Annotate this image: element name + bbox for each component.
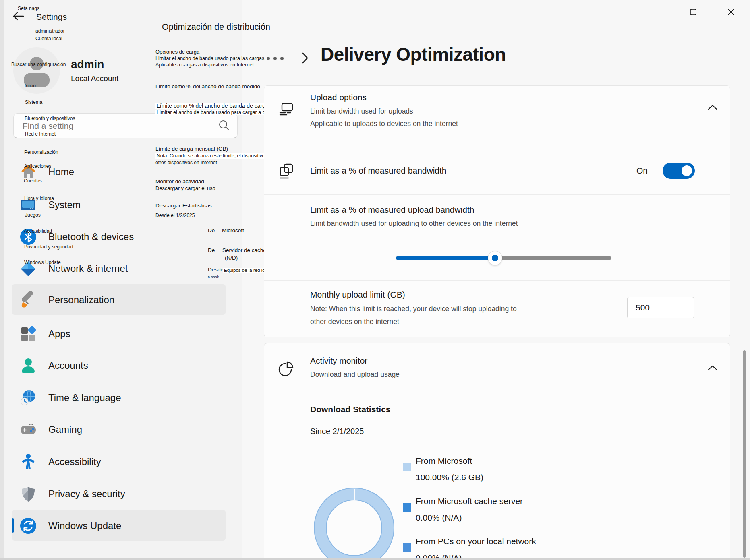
- overlay-account-type: Cuenta local: [35, 36, 62, 41]
- monthly-limit-note1: Note: When this limit is reached, your d…: [310, 305, 517, 313]
- legend-value-cache-server: 0.00% (N/A): [416, 513, 462, 523]
- time-language-icon: [19, 389, 37, 407]
- overlay-upload-sub2: Aplicable a cargas a dispositivos en Int…: [155, 62, 254, 68]
- upload-options-sub2: Applicable to uploads to devices on the …: [310, 120, 458, 128]
- toggle-state-label: On: [636, 166, 648, 176]
- account-type: Local Account: [71, 74, 118, 83]
- sidebar-item-bluetooth-devices[interactable]: Bluetooth & devices: [48, 231, 134, 242]
- settings-window: Seta nags Settings administrador Cuenta …: [0, 0, 750, 560]
- back-button[interactable]: [11, 10, 26, 23]
- overlay-accessibility: Accesibilidad: [24, 228, 52, 234]
- collapse-chevron-icon[interactable]: [707, 104, 718, 112]
- monthly-limit-input[interactable]: [627, 297, 694, 318]
- overlay-windows-update: Windows Update: [24, 260, 61, 265]
- overlay-bluetooth: Bluetooth y dispositivos: [25, 116, 75, 121]
- donut-slice-boundary: [354, 489, 355, 500]
- overlay-download-label: Descargar: [155, 203, 180, 209]
- upload-bandwidth-title: Limit as a % of measured upload bandwidt…: [310, 205, 474, 215]
- overlay-activity-title: Monitor de actividad: [155, 178, 204, 184]
- overlay-network: Red e Internet: [25, 131, 56, 137]
- app-title: Settings: [36, 12, 67, 22]
- overlay-privacy: Privacidad y seguridad: [24, 244, 73, 250]
- window-left-edge: [0, 0, 4, 560]
- overlay-from2-extra: (N/D): [225, 255, 238, 261]
- legend-label-cache-server: From Microsoft cache server: [416, 496, 523, 506]
- bandwidth-limit-icon: [277, 162, 296, 180]
- donut-hole: [326, 500, 382, 556]
- breadcrumb-chevron-icon: [300, 52, 309, 66]
- overlay-limit-measured: Límite como % del ancho de banda medido: [155, 83, 260, 89]
- activity-monitor-icon: [277, 360, 296, 378]
- sidebar-item-windows-update[interactable]: Windows Update: [48, 520, 121, 531]
- upload-options-title: Upload options: [310, 93, 367, 102]
- overlay-account-name: administrador: [35, 28, 65, 34]
- sidebar-item-gaming[interactable]: Gaming: [48, 424, 82, 435]
- breadcrumb-more-icon[interactable]: [267, 57, 284, 60]
- overlay-from1-value: Microsoft: [222, 227, 244, 234]
- overlay-since-label: Desde el 1/2/2025: [155, 213, 195, 218]
- overlay-system: Sistema: [25, 99, 42, 105]
- account-name: admin: [71, 58, 104, 71]
- download-statistics-since: Since 2/1/2025: [310, 427, 364, 436]
- download-statistics-heading: Download Statistics: [310, 405, 391, 414]
- legend-swatch-microsoft: [403, 463, 411, 471]
- overlay-search-label: Buscar una configuración: [11, 62, 66, 67]
- privacy-security-icon: [19, 485, 37, 503]
- overlay-personalization: Personalización: [24, 149, 58, 155]
- monthly-limit-title: Monthly upload limit (GB): [310, 290, 405, 300]
- overlay-activity-sub: Descargar y cargar el uso: [155, 185, 215, 191]
- bandwidth-toggle[interactable]: [663, 163, 695, 179]
- page-title: Delivery Optimization: [321, 43, 506, 65]
- overlay-monthly-title: Límite de carga mensual (GB): [155, 146, 228, 152]
- monthly-limit-note2: other devices on the internet: [310, 318, 399, 326]
- search-icon[interactable]: [218, 119, 230, 133]
- upload-devices-icon: [277, 99, 296, 118]
- overlay-time-language: Hora y idioma: [24, 196, 54, 201]
- overlay-from3-extra: n nook: [208, 275, 219, 279]
- avatar[interactable]: [13, 47, 60, 94]
- overlay-gaming: Juegos: [25, 212, 41, 218]
- legend-value-microsoft: 100.00% (2.6 GB): [416, 473, 483, 482]
- accessibility-icon: [19, 453, 37, 471]
- back-arrow-icon: [11, 16, 25, 23]
- close-button[interactable]: [719, 3, 743, 21]
- legend-swatch-cache-server: [403, 503, 411, 512]
- upload-bandwidth-sub: Limit bandwidth used for uploading to ot…: [310, 219, 518, 228]
- activity-monitor-sub: Download and upload usage: [310, 370, 400, 379]
- overlay-from3-prefix: Desde: [208, 267, 224, 273]
- collapse-chevron-icon[interactable]: [707, 364, 718, 372]
- sidebar-item-personalization[interactable]: Personalization: [48, 294, 114, 306]
- overlay-page-title: Optimización de distribución: [162, 22, 270, 32]
- sidebar-item-home[interactable]: Home: [48, 166, 74, 178]
- overlay-from1-prefix: De: [208, 227, 215, 234]
- search-input[interactable]: [22, 119, 213, 133]
- gaming-icon: [19, 421, 37, 438]
- overlay-upload-options: Opciones de carga: [155, 49, 199, 55]
- bandwidth-slider-fill: [396, 256, 495, 260]
- overlay-apps: Aplicaciones: [24, 163, 51, 169]
- sidebar-item-accounts[interactable]: Accounts: [48, 360, 88, 371]
- personalization-icon: [19, 291, 37, 309]
- activity-monitor-title: Activity monitor: [310, 356, 367, 366]
- sidebar-item-apps[interactable]: Apps: [48, 328, 70, 339]
- sidebar-item-privacy-security[interactable]: Privacy & security: [48, 488, 125, 500]
- legend-swatch-local-pcs: [403, 543, 411, 552]
- legend-label-local-pcs: From PCs on your local network: [416, 537, 536, 546]
- legend-label-microsoft: From Microsoft: [416, 456, 472, 466]
- overlay-from2-prefix: De: [208, 247, 215, 253]
- windows-update-icon: [19, 517, 37, 535]
- sidebar-item-time-language[interactable]: Time & language: [48, 392, 121, 403]
- apps-icon: [19, 325, 37, 343]
- overlay-monthly-note2: otros dispositivos en Internet: [155, 160, 217, 165]
- sidebar-accent-bar: [12, 518, 14, 533]
- bandwidth-slider-knob[interactable]: [488, 251, 502, 265]
- window-bottom-edge: [0, 558, 750, 560]
- minimize-button[interactable]: [644, 3, 667, 21]
- limit-bandwidth-label: Limit as a % of measured bandwidth: [310, 166, 447, 176]
- vertical-scrollbar-thumb[interactable]: [743, 350, 746, 558]
- sidebar-active-bg-personalization: [12, 284, 226, 315]
- sidebar-item-accessibility[interactable]: Accessibility: [48, 456, 101, 467]
- overlay-home: Inicio: [25, 83, 36, 89]
- maximize-button[interactable]: [682, 3, 705, 21]
- overlay-upload-sub1: Limitar el ancho de banda usado para las…: [155, 56, 264, 61]
